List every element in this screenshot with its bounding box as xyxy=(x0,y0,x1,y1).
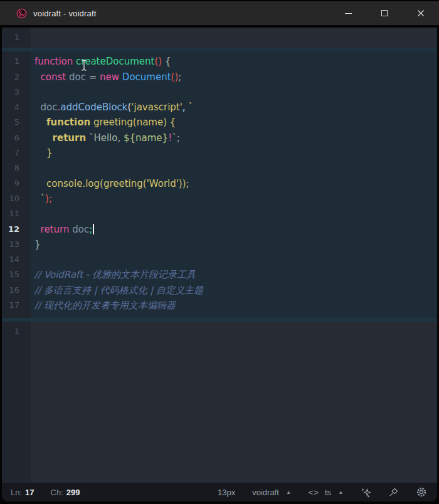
line-number: 9 xyxy=(2,176,31,191)
sparkles-icon xyxy=(361,487,371,498)
code-line[interactable]: 17// 现代化的开发者专用文本编辑器 xyxy=(2,298,437,313)
line-content: // 多语言支持 | 代码格式化 | 自定义主题 xyxy=(31,283,437,298)
line-content: return `Hello, ${name}!`; xyxy=(31,130,437,145)
status-bar: Ln: 17 Ch: 299 13px voidraft ▲ <> xyxy=(2,483,437,501)
line-content xyxy=(31,30,437,45)
line-content: function createDocument() { xyxy=(31,54,437,69)
line-number: 12 xyxy=(2,222,31,237)
line-number: 16 xyxy=(2,283,31,298)
code-line[interactable]: 6 return `Hello, ${name}!`; xyxy=(2,130,437,145)
close-button[interactable] xyxy=(403,1,439,25)
code-line[interactable]: 2 const doc = new Document(); xyxy=(2,70,437,85)
chevron-up-icon: ▲ xyxy=(286,489,292,495)
code-line[interactable]: 10 `); xyxy=(2,191,437,206)
text-caret xyxy=(93,224,94,234)
settings-button[interactable] xyxy=(416,486,427,498)
line-content: const doc = new Document(); xyxy=(31,70,437,85)
code-line[interactable]: 5 function greeting(name) { xyxy=(2,115,437,130)
line-content xyxy=(31,160,437,176)
main-area: 1 1function createDocument() {2 const do… xyxy=(2,28,437,501)
code-line[interactable]: 15// VoidRaft - 优雅的文本片段记录工具 xyxy=(2,267,437,282)
line-content xyxy=(31,85,437,100)
line-number: 5 xyxy=(2,115,31,130)
line-content xyxy=(31,206,437,221)
code-line[interactable]: 9 console.log(greeting('World')); xyxy=(2,176,437,191)
code-line[interactable]: 13} xyxy=(2,237,437,252)
editor-block-empty-top[interactable]: 1 xyxy=(2,28,437,48)
status-left: Ln: 17 Ch: 299 xyxy=(11,488,80,497)
pin-button[interactable] xyxy=(388,487,399,498)
code-line[interactable]: 3 xyxy=(2,85,437,100)
line-number: 1 xyxy=(2,324,31,339)
code-line[interactable]: 11 xyxy=(2,206,437,221)
line-content: // 现代化的开发者专用文本编辑器 xyxy=(31,298,437,313)
font-size-selector[interactable]: 13px xyxy=(218,488,235,497)
line-content: // VoidRaft - 优雅的文本片段记录工具 xyxy=(31,267,437,282)
app-window: voidraft - voidraft 1 1function createDo… xyxy=(0,0,439,504)
minimize-icon xyxy=(345,13,352,14)
line-number: 6 xyxy=(2,130,31,145)
empty-line[interactable]: 1 xyxy=(2,30,437,45)
line-content: function greeting(name) { xyxy=(31,115,437,130)
line-number: 1 xyxy=(2,30,31,45)
line-content: } xyxy=(31,145,437,160)
gear-icon xyxy=(416,486,427,498)
line-content: } xyxy=(31,237,437,252)
editor-block-empty-bottom[interactable]: 1 xyxy=(2,322,437,483)
line-number: 17 xyxy=(2,298,31,313)
window-title: voidraft - voidraft xyxy=(33,9,97,18)
empty-line[interactable]: 1 xyxy=(2,324,437,339)
line-content: `); xyxy=(31,191,437,206)
line-number: 1 xyxy=(2,54,31,69)
line-content xyxy=(31,252,437,267)
line-number: 14 xyxy=(2,252,31,267)
line-content: doc.addCodeBlock('javascript', ` xyxy=(31,100,437,115)
line-number: 8 xyxy=(2,160,31,176)
code-line[interactable]: 8 xyxy=(2,160,437,176)
document-selector[interactable]: voidraft ▲ xyxy=(252,488,292,497)
line-content: return doc; xyxy=(31,222,437,237)
minimize-button[interactable] xyxy=(330,1,366,25)
line-number: 7 xyxy=(2,145,31,160)
code-brackets-icon: <> xyxy=(309,488,319,497)
code-line[interactable]: 14 xyxy=(2,252,437,267)
chevron-up-icon: ▲ xyxy=(338,489,344,495)
code-block[interactable]: 1function createDocument() {2 const doc … xyxy=(2,51,437,318)
line-number: 11 xyxy=(2,206,31,221)
line-number: 13 xyxy=(2,237,31,252)
line-number: 4 xyxy=(2,100,31,115)
code-line[interactable]: 7 } xyxy=(2,145,437,160)
close-icon xyxy=(417,9,425,17)
line-number: 2 xyxy=(2,70,31,85)
char-position-indicator: Ch: 299 xyxy=(51,488,80,497)
window-controls xyxy=(330,1,439,25)
status-right: 13px voidraft ▲ <> ts ▲ xyxy=(218,486,427,498)
pin-icon xyxy=(388,487,399,498)
line-position-indicator: Ln: 17 xyxy=(11,488,34,497)
language-selector[interactable]: <> ts ▲ xyxy=(309,488,344,497)
maximize-icon xyxy=(381,10,388,16)
code-editor[interactable]: 1 1function createDocument() {2 const do… xyxy=(2,28,437,483)
maximize-button[interactable] xyxy=(366,1,403,25)
code-line[interactable]: 12 return doc; xyxy=(2,222,437,237)
code-line[interactable]: 1function createDocument() { xyxy=(2,54,437,69)
line-content xyxy=(31,324,437,339)
line-number: 10 xyxy=(2,191,31,206)
app-logo-icon xyxy=(16,8,27,19)
title-bar: voidraft - voidraft xyxy=(0,0,439,25)
code-line[interactable]: 4 doc.addCodeBlock('javascript', ` xyxy=(2,100,437,115)
line-content: console.log(greeting('World')); xyxy=(31,176,437,191)
code-line[interactable]: 16// 多语言支持 | 代码格式化 | 自定义主题 xyxy=(2,283,437,298)
format-button[interactable] xyxy=(361,487,371,498)
line-number: 3 xyxy=(2,85,31,100)
line-number: 15 xyxy=(2,267,31,282)
